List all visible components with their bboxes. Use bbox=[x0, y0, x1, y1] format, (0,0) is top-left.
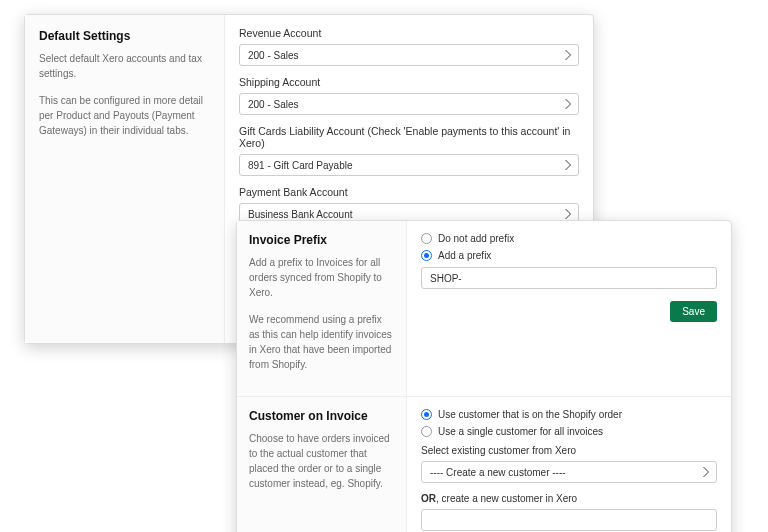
new-customer-input[interactable] bbox=[421, 509, 717, 531]
radio-add-prefix[interactable]: Add a prefix bbox=[421, 250, 717, 261]
prefix-input[interactable]: SHOP- bbox=[421, 267, 717, 289]
invoice-prefix-sidebar: Invoice Prefix Add a prefix to Invoices … bbox=[237, 221, 407, 396]
radio-label: Do not add prefix bbox=[438, 233, 514, 244]
save-button-prefix[interactable]: Save bbox=[670, 301, 717, 322]
radio-icon bbox=[421, 233, 432, 244]
radio-label: Add a prefix bbox=[438, 250, 491, 261]
invoice-prefix-section: Invoice Prefix Add a prefix to Invoices … bbox=[237, 221, 731, 397]
or-rest: , create a new customer in Xero bbox=[436, 493, 577, 504]
radio-single-customer[interactable]: Use a single customer for all invoices bbox=[421, 426, 717, 437]
radio-use-shopify-customer[interactable]: Use customer that is on the Shopify orde… bbox=[421, 409, 717, 420]
default-settings-desc1: Select default Xero accounts and tax set… bbox=[39, 51, 210, 81]
existing-customer-label: Select existing customer from Xero bbox=[421, 445, 717, 456]
shipping-account-select[interactable]: 200 - Sales bbox=[239, 93, 579, 115]
revenue-account-select[interactable]: 200 - Sales bbox=[239, 44, 579, 66]
invoice-prefix-main: Do not add prefix Add a prefix SHOP- Sav… bbox=[407, 221, 731, 396]
front-panel: Invoice Prefix Add a prefix to Invoices … bbox=[236, 220, 732, 532]
customer-invoice-desc: Choose to have orders invoiced to the ac… bbox=[249, 431, 394, 491]
radio-label: Use customer that is on the Shopify orde… bbox=[438, 409, 622, 420]
customer-invoice-sidebar: Customer on Invoice Choose to have order… bbox=[237, 397, 407, 532]
radio-icon bbox=[421, 409, 432, 420]
shipping-account-label: Shipping Account bbox=[239, 76, 579, 88]
gift-cards-account-select[interactable]: 891 - Gift Card Payable bbox=[239, 154, 579, 176]
radio-icon bbox=[421, 250, 432, 261]
default-settings-desc2: This can be configured in more detail pe… bbox=[39, 93, 210, 138]
customer-invoice-section: Customer on Invoice Choose to have order… bbox=[237, 397, 731, 532]
or-bold: OR bbox=[421, 493, 436, 504]
radio-no-prefix[interactable]: Do not add prefix bbox=[421, 233, 717, 244]
payment-bank-account-label: Payment Bank Account bbox=[239, 186, 579, 198]
radio-label: Use a single customer for all invoices bbox=[438, 426, 603, 437]
default-settings-title: Default Settings bbox=[39, 29, 210, 43]
customer-invoice-title: Customer on Invoice bbox=[249, 409, 394, 423]
or-create-label: OR, create a new customer in Xero bbox=[421, 493, 717, 504]
radio-icon bbox=[421, 426, 432, 437]
default-settings-sidebar: Default Settings Select default Xero acc… bbox=[25, 15, 225, 343]
revenue-account-label: Revenue Account bbox=[239, 27, 579, 39]
customer-invoice-main: Use customer that is on the Shopify orde… bbox=[407, 397, 731, 532]
invoice-prefix-desc2: We recommend using a prefix as this can … bbox=[249, 312, 394, 372]
existing-customer-select[interactable]: ---- Create a new customer ---- bbox=[421, 461, 717, 483]
invoice-prefix-desc1: Add a prefix to Invoices for all orders … bbox=[249, 255, 394, 300]
invoice-prefix-title: Invoice Prefix bbox=[249, 233, 394, 247]
gift-cards-account-label: Gift Cards Liability Account (Check 'Ena… bbox=[239, 125, 579, 149]
